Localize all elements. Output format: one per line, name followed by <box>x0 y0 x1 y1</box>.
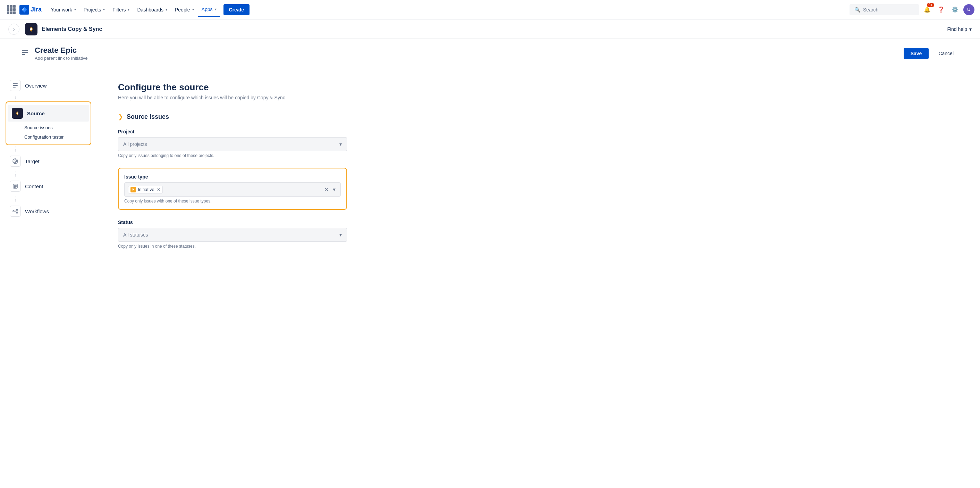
nav-links: Your work ▾ Projects ▾ Filters ▾ Dashboa… <box>47 3 848 17</box>
chevron-right-icon: › <box>13 26 15 32</box>
issue-type-field-highlighted: Issue type ⚑ Initiative ✕ ✕ ▾ <box>118 168 347 210</box>
svg-point-2 <box>30 28 32 30</box>
chevron-down-icon: ▾ <box>128 8 129 11</box>
status-select[interactable]: All statuses ▾ <box>118 228 347 242</box>
chevron-down-icon: ▾ <box>165 8 167 11</box>
svg-point-13 <box>15 161 16 162</box>
logo-text: Jira <box>30 6 41 13</box>
project-field: Project All projects ▾ Copy only issues … <box>118 129 347 158</box>
workflows-icon <box>10 206 21 217</box>
project-select[interactable]: All projects ▾ <box>118 137 347 151</box>
app-icon <box>25 23 38 35</box>
notification-badge: 9+ <box>927 3 934 7</box>
issue-type-hint: Copy only issues with one of these issue… <box>124 199 341 204</box>
sidebar-content-label: Content <box>25 183 43 189</box>
nav-your-work[interactable]: Your work ▾ <box>47 3 80 17</box>
issue-type-select[interactable]: ⚑ Initiative ✕ ✕ ▾ <box>124 182 341 196</box>
find-help-button[interactable]: Find help ▾ <box>947 26 972 32</box>
nav-dashboards[interactable]: Dashboards ▾ <box>134 3 171 17</box>
section-chevron-icon: ❯ <box>118 113 123 121</box>
topnav-right-actions: 🔍 Search 🔔 9+ ❓ ⚙️ U <box>850 4 974 15</box>
source-icon <box>12 108 23 119</box>
sidebar-item-workflows[interactable]: Workflows <box>6 202 91 220</box>
sidebar-item-target[interactable]: Target <box>6 152 91 170</box>
secondary-header: › Elements Copy & Sync Find help ▾ <box>0 19 980 39</box>
sidebar-target-label: Target <box>25 158 40 164</box>
chevron-down-icon: ▾ <box>339 232 342 238</box>
nav-filters[interactable]: Filters ▾ <box>109 3 133 17</box>
chevron-down-icon: ▾ <box>103 8 105 11</box>
svg-rect-16 <box>14 186 17 187</box>
svg-rect-3 <box>22 50 28 51</box>
svg-rect-7 <box>13 85 18 86</box>
svg-point-18 <box>13 211 14 212</box>
svg-point-20 <box>16 212 18 213</box>
nav-people[interactable]: People ▾ <box>172 3 197 17</box>
content-subtitle: Here you will be able to configure which… <box>118 95 347 100</box>
sidebar-item-overview[interactable]: Overview <box>6 77 91 94</box>
issue-type-actions: ✕ ▾ <box>323 185 337 194</box>
sidebar-item-source[interactable]: Source <box>8 105 89 121</box>
sidebar-item-source-issues[interactable]: Source issues <box>22 123 91 132</box>
target-icon <box>10 156 21 167</box>
settings-button[interactable]: ⚙️ <box>950 4 961 15</box>
content-icon <box>10 180 21 192</box>
status-select-value: All statuses <box>123 232 148 238</box>
nav-projects[interactable]: Projects ▾ <box>80 3 109 17</box>
issue-type-dropdown-button[interactable]: ▾ <box>331 185 337 194</box>
sidebar-dotted-line-4 <box>15 196 91 202</box>
status-hint: Copy only issues in one of these statuse… <box>118 244 347 249</box>
content-title: Configure the source <box>118 82 347 93</box>
jira-logo[interactable]: Jira <box>19 5 41 14</box>
cancel-button[interactable]: Cancel <box>933 48 959 59</box>
sidebar-sub-items: Source issues Configuration tester <box>22 123 91 142</box>
sidebar-source-label: Source <box>27 110 45 116</box>
issue-type-label: Issue type <box>124 174 341 180</box>
chevron-down-icon: ▾ <box>192 8 194 11</box>
section-title: Source issues <box>127 113 169 121</box>
sidebar-dotted-line <box>15 96 91 101</box>
project-hint: Copy only issues belonging to one of the… <box>118 153 347 158</box>
status-field: Status All statuses ▾ Copy only issues i… <box>118 220 347 249</box>
grid-menu-button[interactable] <box>6 4 17 15</box>
search-box[interactable]: 🔍 Search <box>850 4 919 15</box>
section-header: ❯ Source issues <box>118 113 347 121</box>
sidebar-source-section: Source Source issues Configuration teste… <box>6 101 91 145</box>
notifications-button[interactable]: 🔔 9+ <box>922 4 933 15</box>
clear-issue-type-button[interactable]: ✕ <box>323 185 330 194</box>
initiative-tag-remove[interactable]: ✕ <box>157 187 160 192</box>
issue-type-tags: ⚑ Initiative ✕ <box>128 186 323 193</box>
chevron-down-icon: ▾ <box>74 8 76 11</box>
search-icon: 🔍 <box>854 7 860 13</box>
sidebar-overview-label: Overview <box>25 83 47 89</box>
wizard-header-text: Create Epic Add parent link to Initiativ… <box>35 46 88 61</box>
save-button[interactable]: Save <box>904 48 929 59</box>
svg-rect-17 <box>14 187 16 188</box>
wizard-header: Create Epic Add parent link to Initiativ… <box>0 39 980 68</box>
sidebar-item-configuration-tester[interactable]: Configuration tester <box>22 132 91 142</box>
svg-rect-15 <box>14 185 17 186</box>
chevron-down-icon: ▾ <box>215 7 216 11</box>
svg-rect-8 <box>13 87 16 88</box>
nav-apps[interactable]: Apps ▾ <box>198 3 220 17</box>
svg-rect-5 <box>22 54 25 55</box>
sidebar-dotted-line-3 <box>15 172 91 177</box>
app-title: Elements Copy & Sync <box>41 26 102 32</box>
content-area: Configure the source Here you will be ab… <box>118 82 347 249</box>
main-layout: Overview Source Source issues <box>0 68 980 488</box>
overview-icon <box>10 80 21 91</box>
create-button[interactable]: Create <box>223 4 250 15</box>
main-content: Configure the source Here you will be ab… <box>97 68 980 488</box>
sidebar-item-content[interactable]: Content <box>6 177 91 195</box>
search-placeholder-text: Search <box>863 7 878 13</box>
project-label: Project <box>118 129 347 134</box>
svg-point-19 <box>16 209 18 211</box>
sidebar-toggle-button[interactable]: › <box>8 24 19 35</box>
svg-rect-4 <box>22 52 28 53</box>
sidebar: Overview Source Source issues <box>0 68 97 488</box>
help-button[interactable]: ❓ <box>935 4 947 15</box>
svg-rect-6 <box>13 83 18 84</box>
avatar[interactable]: U <box>963 4 974 15</box>
grid-icon <box>7 5 16 14</box>
sidebar-workflows-label: Workflows <box>25 208 49 214</box>
